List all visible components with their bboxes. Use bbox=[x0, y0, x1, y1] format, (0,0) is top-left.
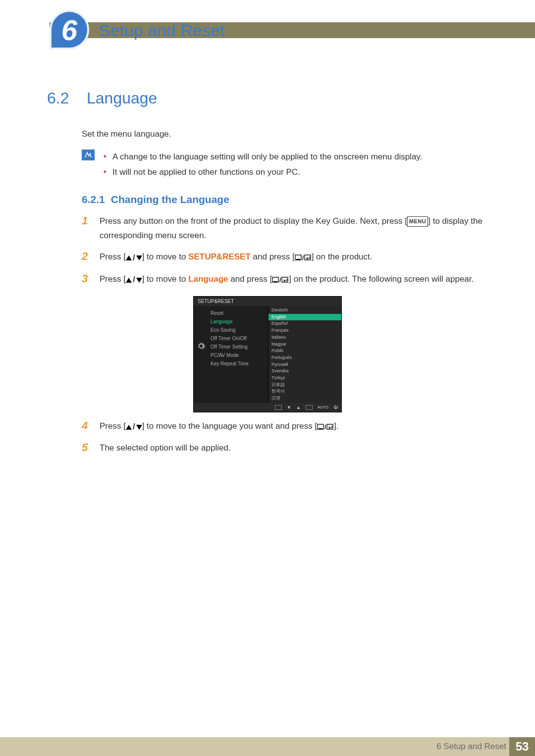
step-5: 5 The selected option will be applied. bbox=[82, 441, 488, 455]
step-text: Press [/] to move to Language and press … bbox=[100, 272, 474, 287]
page-footer: 6 Setup and Reset 53 bbox=[0, 737, 535, 756]
enter-source-icon: / bbox=[295, 252, 312, 261]
step-text: Press [/] to move to the language you wa… bbox=[100, 419, 339, 434]
keyword: Language bbox=[188, 274, 228, 284]
up-down-icon: / bbox=[126, 420, 142, 434]
step-4: 4 Press [/] to move to the language you … bbox=[82, 419, 488, 434]
text: and press [ bbox=[228, 274, 272, 284]
step-number: 3 bbox=[82, 272, 90, 287]
osd-left-item: Eco Saving bbox=[211, 326, 268, 334]
svg-rect-5 bbox=[273, 281, 277, 282]
osd-right-item: Svenska bbox=[268, 368, 341, 375]
menu-button-label: MENU bbox=[407, 216, 428, 227]
osd-right-item: Português bbox=[268, 354, 341, 361]
subsection-title: Changing the Language bbox=[111, 194, 229, 205]
text: and press [ bbox=[251, 252, 295, 261]
step-text: Press [/] to move to SETUP&RESET and pre… bbox=[100, 250, 373, 265]
svg-rect-9 bbox=[319, 428, 322, 429]
content: 6.2 Language Set the menu language. A ch… bbox=[47, 89, 488, 462]
note-item: A change to the language setting will on… bbox=[104, 150, 422, 165]
down-icon: ▼ bbox=[287, 405, 291, 410]
svg-text:/: / bbox=[324, 424, 326, 430]
text: ] on the product. bbox=[312, 252, 373, 261]
text: ]. bbox=[334, 421, 338, 431]
text: ] to move to the language you want and p… bbox=[142, 421, 317, 431]
osd-right-item: Español bbox=[268, 320, 341, 327]
step-list: 1 Press any button on the front of the p… bbox=[82, 214, 488, 287]
osd-screenshot: SETUP&RESET ResetLanguageEco SavingOff T… bbox=[193, 296, 342, 412]
subsection-number: 6.2.1 bbox=[82, 194, 105, 205]
chapter-number: 6 bbox=[61, 13, 77, 47]
note-item: It will not be applied to other function… bbox=[104, 165, 422, 180]
text: Press [ bbox=[100, 252, 126, 261]
section-heading: 6.2 Language bbox=[47, 89, 488, 107]
osd-right-menu: DeutschEnglishEspañolFrançaisItalianoMag… bbox=[268, 306, 341, 403]
text: Press [ bbox=[100, 274, 126, 284]
svg-text:/: / bbox=[279, 277, 281, 283]
section-intro: Set the menu language. bbox=[82, 127, 488, 141]
text: ] on the product. The following screen w… bbox=[289, 274, 474, 284]
osd-right-item: 汉语 bbox=[268, 395, 341, 402]
up-icon: ▲ bbox=[296, 405, 301, 410]
step-list-cont: 4 Press [/] to move to the language you … bbox=[82, 419, 488, 455]
up-down-icon: / bbox=[126, 251, 142, 265]
osd-left-menu: ResetLanguageEco SavingOff Timer On/OffO… bbox=[194, 306, 268, 403]
section-number: 6.2 bbox=[47, 89, 77, 107]
text: ] to move to bbox=[142, 274, 189, 284]
step-number: 5 bbox=[82, 441, 90, 455]
note-list: A change to the language setting will on… bbox=[104, 150, 422, 180]
osd-right-item: 한국어 bbox=[268, 388, 341, 395]
osd-right-item: Русский bbox=[268, 361, 341, 368]
gear-icon bbox=[197, 342, 206, 351]
osd-left-item: PC/AV Mode bbox=[211, 351, 268, 359]
osd-left-item: Off Timer On/Off bbox=[211, 334, 268, 343]
up-down-icon: / bbox=[126, 273, 142, 287]
step-number: 4 bbox=[82, 419, 90, 434]
text: Press [ bbox=[100, 421, 126, 431]
osd-right-item: Türkçe bbox=[268, 375, 341, 382]
osd-right-item: Français bbox=[268, 327, 341, 334]
osd-right-item: Magyar bbox=[268, 341, 341, 348]
subsection-heading: 6.2.1 Changing the Language bbox=[82, 194, 488, 205]
osd-right-item: 日本語 bbox=[268, 382, 341, 389]
osd-left-item: Off Timer Setting bbox=[211, 343, 268, 351]
osd-right-item: Deutsch bbox=[268, 307, 341, 314]
step-1: 1 Press any button on the front of the p… bbox=[82, 214, 488, 243]
step-3: 3 Press [/] to move to Language and pres… bbox=[82, 272, 488, 287]
note-block: A change to the language setting will on… bbox=[82, 150, 488, 180]
osd-left-item: Language bbox=[211, 317, 268, 326]
svg-text:/: / bbox=[302, 254, 304, 261]
osd-right-item: Polski bbox=[268, 348, 341, 354]
osd-auto-label: AUTO bbox=[318, 405, 328, 409]
step-number: 1 bbox=[82, 214, 90, 243]
footer-text: 6 Setup and Reset bbox=[436, 742, 506, 752]
osd-right-item: English bbox=[268, 314, 341, 321]
osd-right-item: Italiano bbox=[268, 334, 341, 341]
osd-nav-icon bbox=[275, 405, 282, 410]
chapter-badge: 6 bbox=[50, 10, 89, 50]
power-icon: ⏻ bbox=[333, 405, 337, 409]
note-icon bbox=[82, 150, 95, 160]
step-2: 2 Press [/] to move to SETUP&RESET and p… bbox=[82, 250, 488, 265]
osd-title: SETUP&RESET bbox=[194, 297, 341, 306]
osd-footer: ▼ ▲ AUTO ⏻ bbox=[194, 403, 341, 412]
osd-nav-icon bbox=[306, 405, 313, 410]
step-number: 2 bbox=[82, 250, 90, 265]
chapter-title: Setup and Reset bbox=[99, 21, 224, 40]
step-text: The selected option will be applied. bbox=[100, 441, 231, 455]
osd-left-item: Reset bbox=[211, 309, 268, 317]
enter-source-icon: / bbox=[272, 274, 289, 284]
keyword: SETUP&RESET bbox=[188, 252, 251, 261]
svg-rect-1 bbox=[296, 259, 300, 260]
osd-left-item: Key Repeat Time bbox=[211, 359, 268, 368]
text: Press any button on the front of the pro… bbox=[100, 216, 407, 226]
enter-source-icon: / bbox=[317, 421, 334, 431]
text: ] to move to bbox=[142, 252, 189, 261]
section-title: Language bbox=[87, 89, 157, 107]
footer-page-number: 53 bbox=[509, 737, 535, 756]
step-text: Press any button on the front of the pro… bbox=[100, 214, 488, 243]
